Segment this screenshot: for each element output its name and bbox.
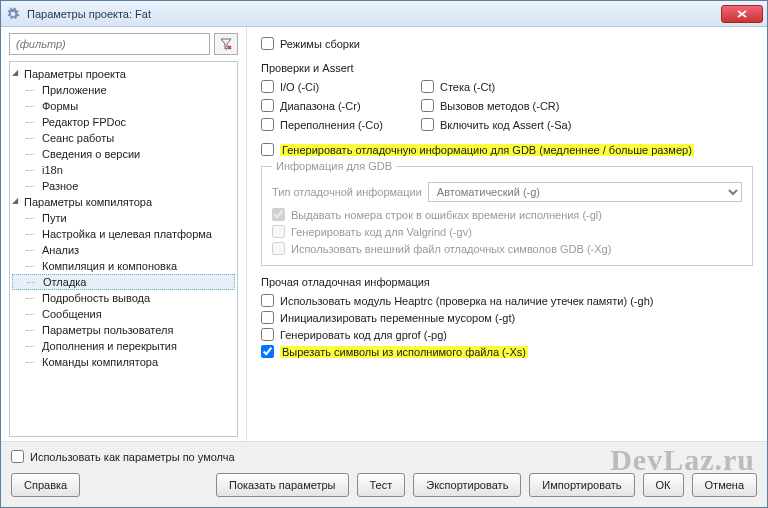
tree-item[interactable]: Сеанс работы bbox=[12, 130, 235, 146]
check-stack[interactable]: Стека (-Ct) bbox=[421, 78, 753, 95]
heaptrc-check[interactable]: Использовать модуль Heaptrc (проверка на… bbox=[261, 292, 753, 309]
tree-item[interactable]: Дополнения и перекрытия bbox=[12, 338, 235, 354]
line-info-check: Выдавать номера строк в ошибках времени … bbox=[272, 206, 742, 223]
tree-group[interactable]: Параметры проекта bbox=[12, 66, 235, 82]
check-io[interactable]: I/O (-Ci) bbox=[261, 78, 411, 95]
tree-item[interactable]: Редактор FPDoc bbox=[12, 114, 235, 130]
check-overflow[interactable]: Переполнения (-Co) bbox=[261, 116, 411, 133]
gear-icon bbox=[5, 6, 21, 22]
tree-item[interactable]: Пути bbox=[12, 210, 235, 226]
check-method[interactable]: Вызовов методов (-CR) bbox=[421, 97, 753, 114]
gdb-legend: Информация для GDB bbox=[272, 160, 396, 172]
ok-button[interactable]: ОК bbox=[643, 473, 684, 497]
trash-check[interactable]: Инициализировать переменные мусором (-gt… bbox=[261, 309, 753, 326]
dbg-type-label: Тип отладочной информации bbox=[272, 186, 422, 198]
close-button[interactable] bbox=[721, 5, 763, 23]
strip-check[interactable]: Вырезать символы из исполнимого файла (-… bbox=[261, 343, 753, 360]
tree-item[interactable]: Сведения о версии bbox=[12, 146, 235, 162]
build-modes-check[interactable]: Режимы сборки bbox=[261, 35, 753, 52]
tree-item[interactable]: Анализ bbox=[12, 242, 235, 258]
filter-input[interactable] bbox=[9, 33, 210, 55]
tree-item[interactable]: Сообщения bbox=[12, 306, 235, 322]
export-button[interactable]: Экспортировать bbox=[413, 473, 521, 497]
valgrind-check: Генерировать код для Valgrind (-gv) bbox=[272, 223, 742, 240]
test-button[interactable]: Тест bbox=[357, 473, 406, 497]
tree-item[interactable]: Разное bbox=[12, 178, 235, 194]
other-header: Прочая отладочная информация bbox=[261, 276, 753, 288]
tree-item[interactable]: Параметры пользователя bbox=[12, 322, 235, 338]
left-panel: Параметры проектаПриложениеФормыРедактор… bbox=[1, 27, 247, 443]
tree-item[interactable]: i18n bbox=[12, 162, 235, 178]
check-assert[interactable]: Включить код Assert (-Sa) bbox=[421, 116, 753, 133]
tree-item[interactable]: Настройка и целевая платформа bbox=[12, 226, 235, 242]
dbg-type-select: Автоматический (-g) bbox=[428, 182, 742, 202]
nav-tree[interactable]: Параметры проектаПриложениеФормыРедактор… bbox=[9, 61, 238, 437]
check-range[interactable]: Диапазона (-Cr) bbox=[261, 97, 411, 114]
gen-debug-check[interactable]: Генерировать отладочную информацию для G… bbox=[261, 141, 753, 158]
tree-item[interactable]: Приложение bbox=[12, 82, 235, 98]
tree-item[interactable]: Формы bbox=[12, 98, 235, 114]
gprof-check[interactable]: Генерировать код для gprof (-pg) bbox=[261, 326, 753, 343]
import-button[interactable]: Импортировать bbox=[529, 473, 634, 497]
use-defaults-check[interactable]: Использовать как параметры по умолча bbox=[11, 448, 757, 465]
tree-group[interactable]: Параметры компилятора bbox=[12, 194, 235, 210]
content-panel: Режимы сборки Проверки и Assert I/O (-Ci… bbox=[247, 27, 767, 443]
show-params-button[interactable]: Показать параметры bbox=[216, 473, 349, 497]
tree-item[interactable]: Подробность вывода bbox=[12, 290, 235, 306]
footer: Использовать как параметры по умолча Спр… bbox=[1, 441, 767, 507]
tree-item[interactable]: Команды компилятора bbox=[12, 354, 235, 370]
gdb-group: Информация для GDB Тип отладочной информ… bbox=[261, 160, 753, 266]
window-title: Параметры проекта: Fat bbox=[27, 8, 721, 20]
help-button[interactable]: Справка bbox=[11, 473, 80, 497]
tree-item[interactable]: Компиляция и компоновка bbox=[12, 258, 235, 274]
filter-clear-button[interactable] bbox=[214, 33, 238, 55]
checks-header: Проверки и Assert bbox=[261, 62, 753, 74]
cancel-button[interactable]: Отмена bbox=[692, 473, 757, 497]
ext-sym-check: Использовать внешний файл отладочных сим… bbox=[272, 240, 742, 257]
tree-item[interactable]: Отладка bbox=[12, 274, 235, 290]
titlebar: Параметры проекта: Fat bbox=[1, 1, 767, 27]
